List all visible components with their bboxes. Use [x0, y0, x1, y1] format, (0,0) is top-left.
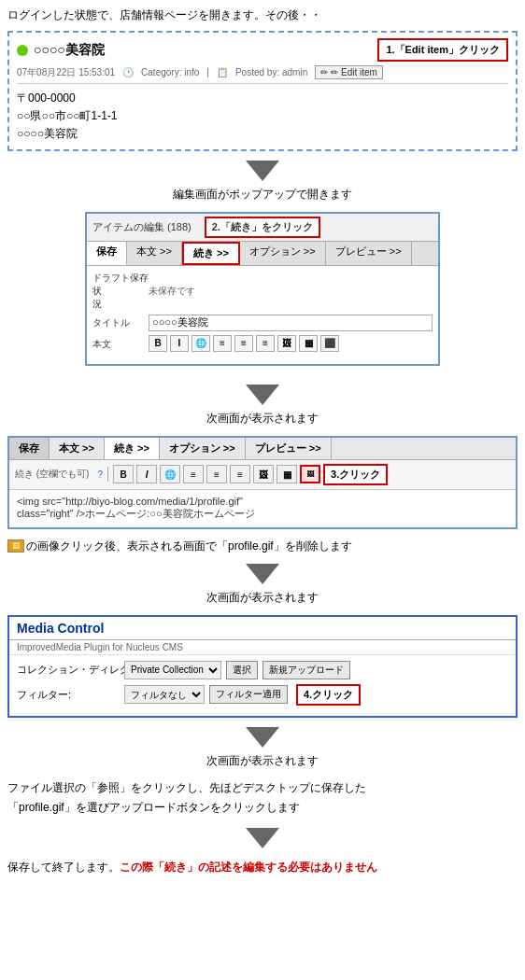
filter-label: フィルター:: [17, 688, 120, 702]
image-button[interactable]: 🖼: [277, 335, 296, 352]
editor-tab-tsuzuki[interactable]: 続き >>: [105, 438, 160, 459]
filter-row: フィルター: フィルタなし フィルター適用 4.クリック: [17, 684, 508, 706]
editor-table-button[interactable]: ▦: [277, 465, 297, 483]
down-arrow-icon: [246, 161, 279, 181]
editor-tab-preview[interactable]: プレビュー >>: [246, 438, 332, 459]
align-left-button[interactable]: ≡: [213, 335, 232, 352]
blog-title: ○○○○美容院: [17, 42, 105, 59]
edit-popup: アイテムの編集 (188) 2.「続き」をクリック 保存 本文 >> 続き >>…: [85, 212, 440, 366]
editor-tab-save[interactable]: 保存: [9, 438, 50, 459]
editor-align-right-button[interactable]: ≡: [230, 465, 250, 483]
tab-tsuzuki[interactable]: 続き >>: [182, 242, 240, 265]
media-control-subtitle: ImprovedMedia Plugin for Nucleus CMS: [9, 640, 516, 655]
img-icon: 🖼: [7, 539, 24, 553]
editor-align-left-button[interactable]: ≡: [183, 465, 204, 483]
link-button[interactable]: 🌐: [192, 335, 210, 352]
green-circle-icon: [17, 45, 28, 56]
step2-callout: 2.「続き」をクリック: [205, 217, 320, 238]
edit-item-button[interactable]: ✏ ✏ Edit item: [315, 65, 383, 79]
filter-apply-button[interactable]: フィルター適用: [209, 685, 288, 704]
arrow-3: 次画面が表示されます: [7, 564, 518, 606]
upload-button[interactable]: 新規アップロード: [262, 661, 350, 679]
step3-callout: 3.クリック: [323, 464, 388, 485]
editor-italic-button[interactable]: I: [136, 465, 157, 483]
final-last-line: 保存して終了します。この際「続き」の記述を編集する必要はありません: [7, 858, 518, 878]
down-arrow-4-icon: [246, 727, 279, 748]
arrow3-label: 次画面が表示されます: [206, 590, 319, 606]
red-notice: この際「続き」の記述を編集する必要はありません: [120, 861, 377, 874]
step1-callout: 1.「Edit item」クリック: [377, 38, 508, 62]
toolbar-label: 続き (空欄でも可): [15, 468, 89, 481]
editor-tabs-row: 保存 本文 >> 続き >> オプション >> プレビュー >>: [9, 438, 516, 460]
edit-popup-body: ドラフト保存状況 未保存です タイトル 本文 B I 🌐 ≡ ≡ ≡ 🖼 ▦: [87, 266, 438, 364]
table-button[interactable]: ▦: [299, 335, 318, 352]
arrow1-label: 編集画面がポップアップで開きます: [173, 187, 352, 203]
body-row: 本文 B I 🌐 ≡ ≡ ≡ 🖼 ▦ ⬛: [92, 335, 433, 355]
edit-popup-tabs: 保存 本文 >> 続き >> オプション >> プレビュー >>: [87, 242, 438, 266]
filter-select[interactable]: フィルタなし: [124, 685, 205, 704]
blog-content: 〒000-0000 ○○県○○市○○町1-1-1 ○○○○美容院: [17, 90, 508, 144]
final-text: ファイル選択の「参照」をクリックし、先ほどデスクトップに保存した 「profil…: [7, 778, 518, 819]
arrow-4: 次画面が表示されます: [7, 727, 518, 769]
editor-bold-button[interactable]: B: [113, 465, 134, 483]
editor-align-center-button[interactable]: ≡: [206, 465, 227, 483]
editor-toolbar: 続き (空欄でも可) ? B I 🌐 ≡ ≡ ≡ 🖼 ▦ 🖼 3.クリック: [9, 460, 516, 490]
arrow-5: [7, 828, 518, 848]
arrow-1: 編集画面がポップアップで開きます: [7, 161, 518, 203]
draft-row: ドラフト保存状況 未保存です: [92, 272, 433, 311]
media-control-box: Media Control ImprovedMedia Plugin for N…: [7, 615, 518, 718]
arrow2-label: 次画面が表示されます: [206, 411, 319, 427]
toolbar-help-icon[interactable]: ?: [97, 469, 103, 480]
select-button[interactable]: 選択: [226, 661, 258, 679]
tab-option[interactable]: オプション >>: [240, 242, 326, 265]
tab-save[interactable]: 保存: [87, 242, 127, 265]
blog-meta: 07年08月22日 15:53:01 🕐 Category: info | 📋 …: [17, 65, 508, 84]
collection-row: コレクション・ディレクトリの変更: Private Collection 選択 …: [17, 661, 508, 679]
title-row: タイトル: [92, 315, 433, 331]
down-arrow-3-icon: [246, 564, 279, 584]
tab-preview[interactable]: プレビュー >>: [326, 242, 412, 265]
align-center-button[interactable]: ≡: [234, 335, 253, 352]
separator: [107, 467, 108, 482]
step4-callout: 4.クリック: [296, 684, 361, 706]
align-right-button[interactable]: ≡: [256, 335, 275, 352]
collection-select[interactable]: Private Collection: [124, 661, 221, 679]
editor-content-area: <img src="http://biyo-blog.com/media/1/p…: [9, 490, 516, 527]
pencil-icon: ✏: [320, 67, 328, 77]
intro-text: ログインした状態で、店舗情報ページを開きます。その後・・: [7, 7, 518, 23]
media-control-title: Media Control: [9, 617, 516, 640]
edit-popup-titlebar: アイテムの編集 (188) 2.「続き」をクリック: [87, 214, 438, 242]
arrow4-label: 次画面が表示されます: [206, 753, 319, 769]
title-input[interactable]: [149, 315, 433, 331]
special-button[interactable]: ⬛: [320, 335, 339, 352]
body-toolbar: B I 🌐 ≡ ≡ ≡ 🖼 ▦ ⬛: [149, 335, 339, 352]
collection-label: コレクション・ディレクトリの変更:: [17, 663, 120, 677]
bold-button[interactable]: B: [149, 335, 167, 352]
down-arrow-2-icon: [246, 385, 279, 405]
tab-honbun[interactable]: 本文 >>: [127, 242, 182, 265]
editor-image-button[interactable]: 🖼: [300, 465, 320, 483]
editor-tab-option[interactable]: オプション >>: [160, 438, 246, 459]
editor-special1-button[interactable]: 🖼: [253, 465, 274, 483]
editor-link-button[interactable]: 🌐: [160, 465, 180, 483]
arrow-2: 次画面が表示されます: [7, 385, 518, 427]
blog-card: ○○○○美容院 1.「Edit item」クリック 07年08月22日 15:5…: [7, 31, 518, 151]
italic-button[interactable]: I: [170, 335, 189, 352]
down-arrow-5-icon: [246, 828, 279, 848]
editor-section: 保存 本文 >> 続き >> オプション >> プレビュー >> 続き (空欄で…: [7, 436, 518, 529]
media-control-body: コレクション・ディレクトリの変更: Private Collection 選択 …: [9, 655, 516, 716]
editor-tab-honbun[interactable]: 本文 >>: [50, 438, 105, 459]
icon-note: 🖼 の画像クリック後、表示される画面で「profile.gif」を削除します: [7, 539, 518, 554]
